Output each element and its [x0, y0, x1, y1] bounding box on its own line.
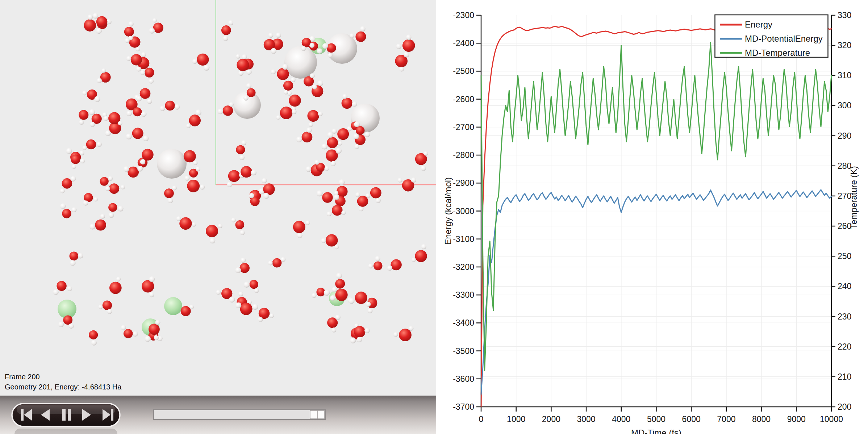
oxygen-atom [103, 301, 112, 310]
hydrogen-atom [116, 277, 121, 281]
svg-text:200: 200 [838, 402, 851, 412]
svg-text:-2800: -2800 [453, 150, 474, 160]
hydrogen-atom [88, 14, 93, 20]
hydrogen-atom [149, 28, 155, 34]
svg-text:310: 310 [838, 71, 851, 80]
hydrogen-atom [71, 207, 76, 212]
oxygen-atom [280, 107, 293, 119]
hydrogen-atom [118, 206, 124, 212]
hydrogen-atom [93, 197, 98, 201]
svg-text:-2500: -2500 [453, 66, 474, 76]
oxygen-atom [100, 177, 109, 186]
hydrogen-atom [128, 21, 133, 26]
svg-text:250: 250 [838, 251, 851, 261]
water-molecule [53, 281, 72, 295]
legend-label-energy: Energy [745, 20, 772, 29]
molecular-viewport[interactable] [0, 0, 436, 396]
water-molecule [133, 107, 146, 117]
molecule-viewer-panel: Frame 200 Geometry 201, Energy: -4.68413… [0, 0, 436, 434]
svg-text:4000: 4000 [612, 414, 630, 424]
oxygen-atom [133, 107, 142, 116]
water-molecule [89, 330, 98, 346]
hydrogen-atom [136, 67, 141, 72]
water-molecule [235, 302, 258, 315]
svg-text:1000: 1000 [507, 414, 525, 424]
hydrogen-atom [149, 276, 155, 282]
water-molecule [71, 154, 85, 169]
hydrogen-atom [327, 132, 333, 138]
oxygen-atom [57, 281, 67, 291]
chart-panel: -2300-2400-2500-2600-2700-2800-2900-3000… [436, 0, 868, 434]
hydrogen-atom [98, 305, 103, 309]
oxygen-atom [342, 98, 352, 109]
hydrogen-atom [258, 317, 263, 322]
water-molecule [60, 203, 77, 218]
frame-slider-thumb[interactable] [310, 410, 325, 419]
water-molecule [89, 214, 106, 231]
oxygen-atom [283, 81, 293, 91]
oxygen-atom [337, 128, 349, 140]
hydrogen-atom [90, 122, 95, 127]
hydrogen-atom [336, 273, 342, 279]
hydrogen-atom [423, 151, 428, 156]
hydrogen-atom [349, 298, 355, 304]
oxygen-atom [272, 258, 282, 268]
water-molecule [69, 251, 83, 266]
hydrogen-atom [193, 160, 197, 165]
hydrogen-atom [229, 297, 235, 302]
hydrogen-atom [89, 109, 95, 115]
oxygen-atom [357, 196, 368, 207]
water-molecule [121, 325, 138, 338]
hydrogen-atom [317, 80, 323, 86]
oxygen-atom [263, 183, 275, 195]
svg-text:6000: 6000 [682, 414, 701, 424]
oxygen-atom [241, 166, 252, 178]
hydrogen-atom [271, 70, 276, 75]
hydrogen-atom [155, 320, 160, 325]
svg-text:-2900: -2900 [453, 178, 474, 188]
oxygen-atom [335, 279, 345, 289]
oxygen-atom [131, 54, 142, 65]
hydrogen-atom [297, 233, 302, 238]
hydrogen-atom [231, 218, 236, 222]
oxygen-atom [108, 203, 117, 212]
water-molecule [164, 185, 177, 203]
hydrogen-atom [301, 46, 306, 51]
hydrogen-atom [359, 207, 364, 212]
water-molecule [262, 178, 275, 199]
oxygen-atom [399, 329, 412, 341]
oxygen-atom [236, 145, 245, 154]
hydrogen-atom [246, 83, 251, 89]
oxygen-atom [197, 54, 209, 66]
hydrogen-atom [160, 106, 165, 111]
chart-axes [476, 15, 835, 412]
hydrogen-atom [271, 48, 276, 54]
oxygen-atom [277, 68, 289, 80]
oxygen-atom [327, 137, 338, 149]
hydrogen-atom [350, 337, 356, 343]
oxygen-atom [370, 187, 381, 199]
hydrogen-atom [306, 128, 312, 133]
oxygen-atom [164, 188, 174, 198]
hydrogen-atom [184, 176, 189, 181]
hydrogen-atom [244, 282, 250, 288]
hydrogen-atom [292, 109, 296, 114]
svg-text:8000: 8000 [752, 414, 771, 424]
hydrogen-atom [82, 146, 87, 150]
hydrogen-atom [263, 193, 269, 199]
water-molecule [236, 140, 246, 160]
water-molecule [217, 102, 233, 116]
hydrogen-atom [69, 324, 74, 329]
hydrogen-atom [356, 337, 362, 342]
hydrogen-atom [241, 140, 246, 145]
water-molecule [160, 101, 180, 111]
hydrogen-atom [83, 200, 88, 205]
frame-slider-track[interactable] [154, 410, 325, 420]
oxygen-atom [289, 95, 301, 107]
hydrogen-atom [339, 179, 345, 185]
oxygen-atom [223, 105, 233, 116]
legend-label-md-potentialenergy: MD-PotentialEnergy [745, 34, 823, 43]
hydrogen-atom [338, 141, 342, 145]
oxygen-atom [206, 225, 218, 237]
hydrogen-atom [332, 129, 337, 134]
